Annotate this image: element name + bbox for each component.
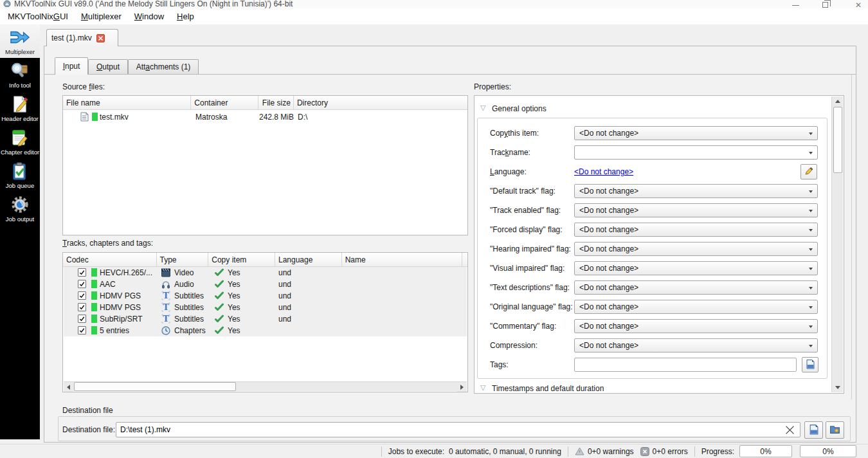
track-row-video[interactable]: HEVC/H.265/... Video Yes und — [64, 267, 467, 279]
check-icon — [215, 268, 224, 279]
tracks-label: Tracks, chapters and tags: — [62, 239, 153, 248]
sidebar-item-job-output[interactable]: Job output — [0, 192, 40, 225]
column-header-type[interactable]: Type — [157, 253, 209, 266]
file-icon — [80, 112, 89, 124]
scroll-left-icon[interactable] — [64, 382, 73, 392]
track-codec: HEVC/H.265/... — [100, 267, 152, 279]
scrollbar-thumb[interactable] — [74, 382, 236, 391]
hearing-impaired-dropdown[interactable]: <Do not change> — [574, 242, 818, 256]
track-color-swatch — [91, 303, 97, 311]
track-checkbox[interactable] — [78, 326, 86, 334]
copy-this-item-dropdown[interactable]: <Do not change> — [574, 126, 818, 140]
browse-tags-button[interactable] — [802, 357, 818, 372]
check-icon — [215, 303, 224, 313]
svg-text:T: T — [163, 302, 169, 312]
merge-arrows-icon — [8, 26, 32, 48]
track-row-audio[interactable]: AAC Audio Yes und — [64, 279, 467, 290]
source-file-name: test.mkv — [100, 110, 129, 124]
track-type: Audio — [174, 279, 194, 290]
properties-vertical-scrollbar[interactable] — [831, 96, 843, 392]
visual-impaired-dropdown[interactable]: <Do not change> — [574, 261, 818, 275]
track-checkbox[interactable] — [78, 315, 86, 323]
scroll-right-icon[interactable] — [457, 382, 467, 392]
track-checkbox[interactable] — [78, 280, 86, 288]
sidebar-item-header-editor[interactable]: Header editor — [0, 91, 40, 125]
scroll-up-icon[interactable] — [833, 96, 842, 106]
compression-dropdown[interactable]: <Do not change> — [574, 338, 818, 353]
track-checkbox[interactable] — [78, 303, 86, 311]
column-header-directory[interactable]: Directory — [294, 96, 467, 109]
favorite-folder-button[interactable] — [826, 421, 844, 439]
track-checkbox[interactable] — [78, 268, 86, 277]
check-icon — [215, 315, 224, 325]
file-tab-test-1-mkv[interactable]: test (1).mkv — [46, 29, 118, 46]
title-bar: MKVToolNix GUI v89.0 ('And the Melody St… — [0, 0, 868, 8]
scroll-down-icon[interactable] — [833, 383, 842, 392]
browse-destination-button[interactable] — [804, 421, 823, 439]
field-row-visual-impaired: "Visual impaired" flag: <Do not change> — [478, 259, 827, 278]
commentary-dropdown[interactable]: <Do not change> — [574, 319, 818, 333]
menu-multiplexer[interactable]: Multiplexer — [75, 8, 128, 24]
sidebar-item-info-tool[interactable]: Info tool — [0, 58, 40, 91]
original-language-dropdown[interactable]: <Do not change> — [574, 300, 818, 314]
tab-input[interactable]: Input — [55, 57, 88, 75]
column-header-codec[interactable]: Codec — [63, 253, 157, 266]
track-row-subtitles-3[interactable]: SubRip/SRT T Subtitles Yes und — [64, 313, 467, 325]
separator — [381, 446, 382, 457]
language-label: Language: — [490, 162, 527, 181]
track-checkbox[interactable] — [78, 291, 86, 300]
track-codec: HDMV PGS — [100, 302, 141, 313]
column-header-language[interactable]: Language — [275, 253, 342, 266]
menu-help[interactable]: Help — [170, 8, 201, 24]
language-link[interactable]: <Do not change> — [574, 162, 633, 181]
tags-input[interactable] — [574, 358, 797, 372]
track-row-subtitles-2[interactable]: HDMV PGS T Subtitles Yes und — [64, 302, 467, 313]
chevron-down-icon — [809, 345, 813, 347]
minimize-icon[interactable] — [786, 0, 805, 8]
column-header-name[interactable]: Name — [342, 253, 462, 266]
column-header-copy-item[interactable]: Copy item — [208, 253, 275, 266]
track-enabled-dropdown[interactable]: <Do not change> — [574, 203, 818, 217]
track-codec: HDMV PGS — [100, 290, 141, 302]
column-header-container[interactable]: Container — [191, 96, 258, 109]
track-name-combobox[interactable] — [574, 145, 818, 160]
separator — [694, 446, 695, 457]
field-row-track-name: Track name: — [478, 143, 827, 162]
track-row-chapters[interactable]: 5 entries Chapters Yes — [64, 325, 467, 336]
collapse-triangle-icon[interactable] — [480, 103, 485, 112]
close-icon[interactable] — [96, 34, 105, 42]
clear-destination-icon[interactable] — [784, 424, 795, 435]
edit-language-button[interactable] — [800, 164, 817, 179]
svg-text:T: T — [163, 291, 169, 300]
document-icon — [805, 359, 815, 371]
tracks-header: Codec Type Copy item Language Name — [63, 253, 467, 267]
tab-output[interactable]: Output — [88, 59, 128, 74]
subtitle-t-icon: T — [161, 314, 170, 325]
sidebar-item-job-queue[interactable]: Job queue — [0, 158, 40, 192]
section-general-options[interactable]: General options — [492, 104, 547, 113]
forced-display-dropdown[interactable]: <Do not change> — [574, 223, 818, 237]
sidebar-item-chapter-editor[interactable]: Chapter editor — [0, 125, 40, 158]
column-header-file-name[interactable]: File name — [63, 96, 191, 109]
source-file-container: Matroska — [195, 110, 227, 124]
track-row-subtitles-1[interactable]: HDMV PGS T Subtitles Yes und — [64, 290, 467, 302]
tab-attachments[interactable]: Attachments (1) — [128, 59, 199, 74]
menu-mkvtoolnix-gui[interactable]: MKVToolNix GUI — [1, 8, 75, 24]
section-timestamps[interactable]: Timestamps and default duration — [492, 384, 604, 393]
tracks-horizontal-scrollbar[interactable] — [64, 381, 467, 391]
text-descriptions-dropdown[interactable]: <Do not change> — [574, 280, 818, 295]
scrollbar-thumb[interactable] — [833, 107, 842, 173]
tab-base-line — [44, 74, 856, 75]
menu-window[interactable]: Window — [128, 8, 170, 24]
destination-group-label: Destination file — [62, 406, 113, 415]
destination-file-input[interactable] — [116, 422, 800, 437]
field-row-text-descriptions: "Text descriptions" flag: <Do not change… — [478, 278, 827, 297]
sidebar-item-multiplexer[interactable]: Multiplexer — [0, 24, 40, 58]
collapse-triangle-icon[interactable] — [480, 383, 485, 392]
column-header-file-size[interactable]: File size — [258, 96, 294, 109]
close-icon[interactable]: ✕ — [849, 0, 868, 8]
default-track-dropdown[interactable]: <Do not change> — [574, 184, 818, 198]
restore-icon[interactable] — [815, 0, 835, 8]
field-row-tags: Tags: — [478, 355, 827, 374]
source-file-row[interactable]: test.mkv Matroska 242.8 MiB D:\ — [64, 110, 467, 124]
